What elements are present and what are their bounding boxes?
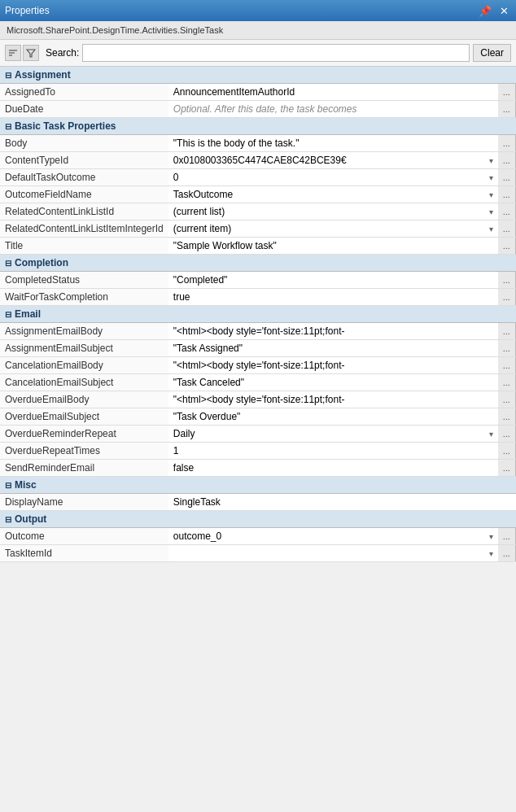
prop-value-duedate[interactable]: Optional. After this date, the task beco… xyxy=(168,101,498,118)
prop-name-taskitemid: TaskItemId xyxy=(0,545,168,562)
prop-name-cancelationemailsubject: CancelationEmailSubject xyxy=(0,374,168,391)
dropdown-arrow-icon[interactable]: ▾ xyxy=(489,532,493,541)
prop-btn-body[interactable]: ... xyxy=(498,135,516,152)
prop-btn-waitfortaskcompletion[interactable]: ... xyxy=(498,289,516,306)
section-header-email: ⊟Email xyxy=(0,306,516,323)
prop-btn-title[interactable]: ... xyxy=(498,238,516,255)
prop-btn-sendreminderemail[interactable]: ... xyxy=(498,460,516,477)
table-row: ContentTypeId0x0108003365C4474CAE8C42BCE… xyxy=(0,152,516,169)
table-row: DefaultTaskOutcome0▾... xyxy=(0,169,516,186)
prop-value-cancelationemailsubject[interactable]: "Task Canceled" xyxy=(168,374,498,391)
prop-btn-contenttypeid[interactable]: ... xyxy=(498,152,516,169)
section-toggle-email[interactable]: ⊟ xyxy=(5,310,11,319)
dropdown-arrow-icon[interactable]: ▾ xyxy=(489,549,493,558)
section-header-completion: ⊟Completion xyxy=(0,255,516,272)
prop-btn-overduereminderrepeat[interactable]: ... xyxy=(498,426,516,443)
table-row: Outcomeoutcome_0▾... xyxy=(0,528,516,545)
table-row: DisplayNameSingleTask xyxy=(0,494,516,511)
prop-btn-cancelationemailbody[interactable]: ... xyxy=(498,357,516,374)
section-toggle-misc[interactable]: ⊟ xyxy=(5,481,11,490)
prop-value-relatedcontentlinklistitemintegerid[interactable]: (current item)▾ xyxy=(168,220,498,238)
prop-btn-empty xyxy=(498,494,516,511)
prop-value-completedstatus[interactable]: "Completed" xyxy=(168,272,498,289)
prop-name-defaulttaskoutcome: DefaultTaskOutcome xyxy=(0,169,168,186)
prop-name-body: Body xyxy=(0,135,168,152)
prop-btn-taskitemid[interactable]: ... xyxy=(498,545,516,562)
prop-name-assignmentemailbody: AssignmentEmailBody xyxy=(0,323,168,340)
prop-value-overdueemailbody[interactable]: "<html><body style='font-size:11pt;font- xyxy=(168,391,498,408)
prop-name-outcomefieldname: OutcomeFieldName xyxy=(0,186,168,203)
prop-btn-assignedto[interactable]: ... xyxy=(498,84,516,101)
table-row: WaitForTaskCompletiontrue... xyxy=(0,289,516,306)
dropdown-arrow-icon[interactable]: ▾ xyxy=(489,430,493,439)
table-row: AssignmentEmailBody"<html><body style='f… xyxy=(0,323,516,340)
subtitle: Microsoft.SharePoint.DesignTime.Activiti… xyxy=(0,21,516,40)
prop-value-assignedto[interactable]: AnnouncementItemAuthorId xyxy=(168,84,498,101)
prop-btn-overdueemailsubject[interactable]: ... xyxy=(498,408,516,426)
table-row: RelatedContentLinkListItemIntegerId(curr… xyxy=(0,220,516,238)
section-toggle-completion[interactable]: ⊟ xyxy=(5,259,11,268)
clear-button[interactable]: Clear xyxy=(473,44,511,62)
prop-btn-assignmentemailsubject[interactable]: ... xyxy=(498,340,516,357)
table-row: AssignmentEmailSubject"Task Assigned"... xyxy=(0,340,516,357)
prop-value-overdueemailsubject[interactable]: "Task Overdue" xyxy=(168,408,498,426)
prop-btn-outcome[interactable]: ... xyxy=(498,528,516,545)
prop-btn-relatedcontentlinklistitemintegerid[interactable]: ... xyxy=(498,220,516,238)
prop-name-assignmentemailsubject: AssignmentEmailSubject xyxy=(0,340,168,357)
prop-value-taskitemid[interactable]: ▾ xyxy=(168,545,498,562)
prop-btn-outcomefieldname[interactable]: ... xyxy=(498,186,516,203)
dropdown-arrow-icon[interactable]: ▾ xyxy=(489,173,493,182)
prop-value-title[interactable]: "Sample Workflow task" xyxy=(168,238,498,255)
prop-value-overduerepeattimes[interactable]: 1 xyxy=(168,443,498,460)
dropdown-arrow-icon[interactable]: ▾ xyxy=(489,207,493,216)
table-row: RelatedContentLinkListId(current list)▾.… xyxy=(0,203,516,220)
prop-value-overduereminderrepeat[interactable]: Daily▾ xyxy=(168,426,498,443)
prop-value-relatedcontentlinklistid[interactable]: (current list)▾ xyxy=(168,203,498,220)
dropdown-arrow-icon[interactable]: ▾ xyxy=(489,190,493,199)
table-row: Title"Sample Workflow task"... xyxy=(0,238,516,255)
svg-marker-3 xyxy=(27,50,35,57)
prop-name-cancelationemailbody: CancelationEmailBody xyxy=(0,357,168,374)
section-toggle-output[interactable]: ⊟ xyxy=(5,515,11,524)
dropdown-arrow-icon[interactable]: ▾ xyxy=(489,225,493,234)
prop-btn-relatedcontentlinklistid[interactable]: ... xyxy=(498,203,516,220)
close-icon[interactable]: ✕ xyxy=(497,6,511,16)
prop-btn-overduerepeattimes[interactable]: ... xyxy=(498,443,516,460)
prop-value-body[interactable]: "This is the body of the task." xyxy=(168,135,498,152)
sort-icon[interactable] xyxy=(5,45,21,61)
prop-value-cancelationemailbody[interactable]: "<html><body style='font-size:11pt;font- xyxy=(168,357,498,374)
prop-btn-cancelationemailsubject[interactable]: ... xyxy=(498,374,516,391)
prop-name-duedate: DueDate xyxy=(0,101,168,118)
prop-value-outcome[interactable]: outcome_0▾ xyxy=(168,528,498,545)
section-toggle-basic-task[interactable]: ⊟ xyxy=(5,122,11,131)
prop-btn-overdueemailbody[interactable]: ... xyxy=(498,391,516,408)
section-toggle-assignment[interactable]: ⊟ xyxy=(5,71,11,80)
prop-value-assignmentemailsubject[interactable]: "Task Assigned" xyxy=(168,340,498,357)
prop-btn-completedstatus[interactable]: ... xyxy=(498,272,516,289)
prop-btn-defaulttaskoutcome[interactable]: ... xyxy=(498,169,516,186)
prop-name-completedstatus: CompletedStatus xyxy=(0,272,168,289)
prop-value-outcomefieldname[interactable]: TaskOutcome▾ xyxy=(168,186,498,203)
section-header-basic-task: ⊟Basic Task Properties xyxy=(0,118,516,135)
pin-icon[interactable]: 📌 xyxy=(476,6,494,16)
prop-btn-duedate[interactable]: ... xyxy=(498,101,516,118)
table-row: OutcomeFieldNameTaskOutcome▾... xyxy=(0,186,516,203)
prop-name-assignedto: AssignedTo xyxy=(0,84,168,101)
prop-name-waitfortaskcompletion: WaitForTaskCompletion xyxy=(0,289,168,306)
prop-value-contenttypeid[interactable]: 0x0108003365C4474CAE8C42BCE39€▾ xyxy=(168,152,498,169)
prop-value-sendreminderemail[interactable]: false xyxy=(168,460,498,477)
search-icons xyxy=(5,45,39,61)
table-row: AssignedToAnnouncementItemAuthorId... xyxy=(0,84,516,101)
title-bar: Properties 📌 ✕ xyxy=(0,0,516,21)
prop-value-assignmentemailbody[interactable]: "<html><body style='font-size:11pt;font- xyxy=(168,323,498,340)
dropdown-arrow-icon[interactable]: ▾ xyxy=(489,156,493,165)
filter-icon[interactable] xyxy=(23,45,39,61)
prop-value-displayname[interactable]: SingleTask xyxy=(168,494,498,511)
prop-value-defaulttaskoutcome[interactable]: 0▾ xyxy=(168,169,498,186)
search-input[interactable] xyxy=(82,44,470,62)
prop-value-waitfortaskcompletion[interactable]: true xyxy=(168,289,498,306)
prop-name-contenttypeid: ContentTypeId xyxy=(0,152,168,169)
prop-btn-assignmentemailbody[interactable]: ... xyxy=(498,323,516,340)
prop-name-title: Title xyxy=(0,238,168,255)
table-row: CancelationEmailSubject"Task Canceled"..… xyxy=(0,374,516,391)
